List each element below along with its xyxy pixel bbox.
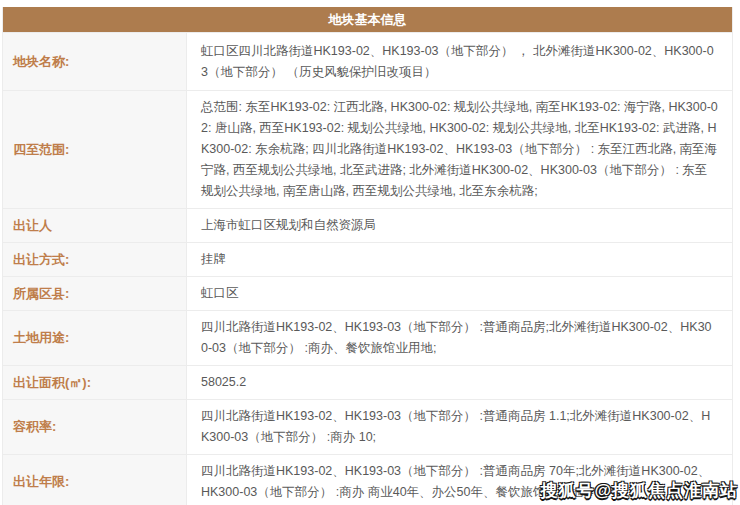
- table-row: 四至范围: 总范围: 东至HK193-02: 江西北路, HK300-02: 规…: [3, 90, 732, 208]
- row-value: 上海市虹口区规划和自然资源局: [187, 209, 732, 242]
- row-value: 四川北路街道HK193-02、HK193-03（地下部分） :普通商品房 1.1…: [187, 400, 732, 454]
- table-row: 容积率: 四川北路街道HK193-02、HK193-03（地下部分） :普通商品…: [3, 399, 732, 454]
- info-table-body: 地块名称: 虹口区四川北路街道HK193-02、HK193-03（地下部分） ，…: [3, 32, 732, 505]
- table-row: 出让年限: 四川北路街道HK193-02、HK193-03（地下部分） :普通商…: [3, 454, 732, 505]
- table-row: 地块名称: 虹口区四川北路街道HK193-02、HK193-03（地下部分） ，…: [3, 32, 732, 90]
- page: 地块基本信息 地块名称: 虹口区四川北路街道HK193-02、HK193-03（…: [0, 0, 740, 505]
- table-row: 土地用途: 四川北路街道HK193-02、HK193-03（地下部分） :普通商…: [3, 310, 732, 365]
- table-row: 所属区县: 虹口区: [3, 276, 732, 310]
- row-label: 所属区县:: [3, 277, 187, 310]
- row-value: 58025.2: [187, 366, 732, 399]
- table-row: 出让方式: 挂牌: [3, 242, 732, 276]
- row-label: 出让人: [3, 209, 187, 242]
- row-value: 总范围: 东至HK193-02: 江西北路, HK300-02: 规划公共绿地,…: [187, 91, 732, 208]
- table-title: 地块基本信息: [3, 7, 732, 32]
- row-value: 虹口区四川北路街道HK193-02、HK193-03（地下部分） ， 北外滩街道…: [187, 33, 732, 90]
- row-label: 地块名称:: [3, 33, 187, 90]
- table-row: 出让面积(㎡): 58025.2: [3, 365, 732, 399]
- row-label: 容积率:: [3, 400, 187, 454]
- row-value: 挂牌: [187, 243, 732, 276]
- row-value: 虹口区: [187, 277, 732, 310]
- row-label: 四至范围:: [3, 91, 187, 208]
- row-value: 四川北路街道HK193-02、HK193-03（地下部分） :普通商品房 70年…: [187, 455, 732, 505]
- row-label: 出让面积(㎡):: [3, 366, 187, 399]
- row-label: 出让年限:: [3, 455, 187, 505]
- row-value: 四川北路街道HK193-02、HK193-03（地下部分） :普通商品房;北外滩…: [187, 311, 732, 365]
- row-label: 出让方式:: [3, 243, 187, 276]
- row-label: 土地用途:: [3, 311, 187, 365]
- table-row: 出让人 上海市虹口区规划和自然资源局: [3, 208, 732, 242]
- land-info-table: 地块基本信息 地块名称: 虹口区四川北路街道HK193-02、HK193-03（…: [2, 7, 733, 505]
